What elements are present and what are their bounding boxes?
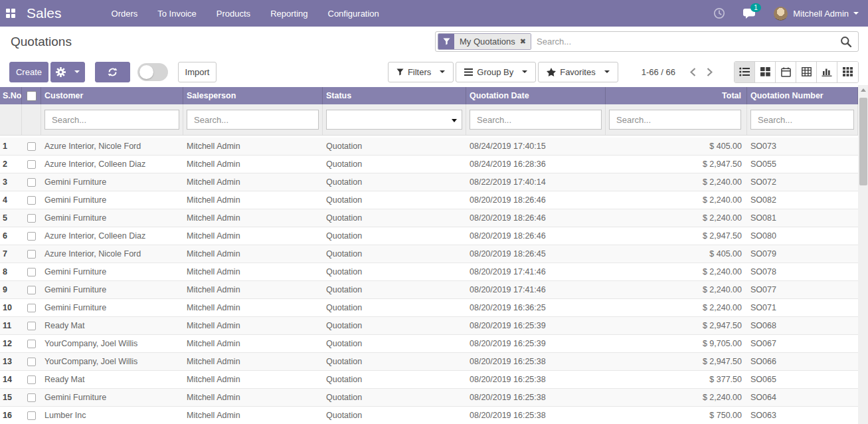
row-checkbox[interactable] xyxy=(27,178,36,187)
row-check-cell xyxy=(22,407,41,424)
facet-remove-icon[interactable]: ✖ xyxy=(519,34,531,49)
row-checkbox[interactable] xyxy=(27,196,36,205)
apps-menu-icon[interactable] xyxy=(6,9,15,18)
table-row[interactable]: 6 Azure Interior, Colleen Diaz Mitchell … xyxy=(0,227,858,245)
gear-icon xyxy=(56,67,66,77)
row-check-cell xyxy=(22,209,41,227)
row-checkbox[interactable] xyxy=(27,411,36,420)
pager-next-button[interactable] xyxy=(701,65,718,79)
row-status: Quotation xyxy=(323,245,466,263)
import-button[interactable]: Import xyxy=(178,62,217,82)
header-total[interactable]: Total xyxy=(606,87,747,104)
header-sno[interactable]: S.No xyxy=(0,87,22,104)
table-row[interactable]: 12 YourCompany, Joel Willis Mitchell Adm… xyxy=(0,335,858,353)
list-view-button[interactable] xyxy=(735,62,755,82)
table-row[interactable]: 15 Gemini Furniture Mitchell Admin Quota… xyxy=(0,389,858,407)
header-quotation-date[interactable]: Quotation Date xyxy=(466,87,606,104)
filters-button[interactable]: Filters xyxy=(388,62,454,82)
row-checkbox[interactable] xyxy=(27,393,36,402)
table-row[interactable]: 5 Gemini Furniture Mitchell Admin Quotat… xyxy=(0,209,858,227)
table-row[interactable]: 11 Ready Mat Mitchell Admin Quotation 08… xyxy=(0,317,858,335)
total-filter-input[interactable] xyxy=(609,110,741,130)
filter-check-empty xyxy=(22,104,41,135)
row-checkbox[interactable] xyxy=(27,214,36,223)
favorites-button[interactable]: Favorites xyxy=(538,62,618,82)
menu-to-invoice[interactable]: To Invoice xyxy=(147,0,207,27)
row-customer: Azure Interior, Nicole Ford xyxy=(41,138,183,155)
table-row[interactable]: 7 Azure Interior, Nicole Ford Mitchell A… xyxy=(0,245,858,263)
table-row[interactable]: 2 Azure Interior, Colleen Diaz Mitchell … xyxy=(0,156,858,173)
menu-products[interactable]: Products xyxy=(207,0,260,27)
menu-configuration[interactable]: Configuration xyxy=(318,0,389,27)
table-row[interactable]: 13 YourCompany, Joel Willis Mitchell Adm… xyxy=(0,353,858,371)
activities-clock-icon[interactable] xyxy=(713,7,725,19)
salesperson-filter-input[interactable] xyxy=(187,110,319,130)
select-all-checkbox[interactable] xyxy=(27,91,37,101)
vertical-scrollbar[interactable] xyxy=(858,85,868,424)
header-quotation-number[interactable]: Quotation Number xyxy=(747,87,858,104)
menu-orders[interactable]: Orders xyxy=(102,0,148,27)
table-row[interactable]: 1 Azure Interior, Nicole Ford Mitchell A… xyxy=(0,138,858,156)
table-row[interactable]: 14 Ready Mat Mitchell Admin Quotation 08… xyxy=(0,371,858,389)
header-status[interactable]: Status xyxy=(323,87,466,104)
row-status: Quotation xyxy=(323,209,466,227)
row-checkbox[interactable] xyxy=(27,375,36,384)
search-input[interactable] xyxy=(531,37,840,47)
calendar-view-button[interactable] xyxy=(776,62,796,82)
row-checkbox[interactable] xyxy=(27,250,36,259)
toggle-switch[interactable] xyxy=(137,63,168,81)
number-filter-input[interactable] xyxy=(750,110,854,130)
toolbar-row: Create Import Filters Group By Favorites xyxy=(0,56,868,87)
pager-previous-button[interactable] xyxy=(685,65,701,79)
row-checkbox[interactable] xyxy=(27,358,36,366)
app-brand[interactable]: Sales xyxy=(27,5,62,21)
activity-view-button[interactable] xyxy=(837,62,858,82)
table-row[interactable]: 3 Gemini Furniture Mitchell Admin Quotat… xyxy=(0,173,858,191)
row-sno: 6 xyxy=(0,227,22,245)
kanban-view-button[interactable] xyxy=(755,62,776,82)
status-filter-select[interactable] xyxy=(326,110,462,130)
table-row[interactable]: 16 Lumber Inc Mitchell Admin Quotation 0… xyxy=(0,407,858,424)
row-checkbox[interactable] xyxy=(27,268,36,276)
create-button[interactable]: Create xyxy=(9,62,48,82)
search-icon[interactable] xyxy=(840,36,852,48)
table-row[interactable]: 4 Gemini Furniture Mitchell Admin Quotat… xyxy=(0,191,858,209)
scrollbar-thumb[interactable] xyxy=(859,98,867,185)
filter-funnel-icon xyxy=(396,68,404,76)
row-checkbox[interactable] xyxy=(27,160,36,169)
messages-icon[interactable]: 1 xyxy=(742,8,756,19)
group-by-button[interactable]: Group By xyxy=(456,62,536,82)
page-title: Quotations xyxy=(11,35,72,49)
user-avatar xyxy=(774,7,788,21)
table-row[interactable]: 8 Gemini Furniture Mitchell Admin Quotat… xyxy=(0,263,858,281)
menu-reporting[interactable]: Reporting xyxy=(260,0,317,27)
user-menu[interactable]: Mitchell Admin xyxy=(774,7,859,21)
row-quotation-number: SO078 xyxy=(747,263,858,280)
table-row[interactable]: 9 Gemini Furniture Mitchell Admin Quotat… xyxy=(0,281,858,299)
header-customer[interactable]: Customer xyxy=(41,87,183,104)
row-check-cell xyxy=(22,227,41,245)
refresh-button[interactable] xyxy=(95,62,130,82)
row-status: Quotation xyxy=(323,353,466,370)
pivot-view-button[interactable] xyxy=(796,62,817,82)
row-checkbox[interactable] xyxy=(27,340,36,348)
row-sno: 4 xyxy=(0,191,22,209)
action-gear-button[interactable] xyxy=(50,62,85,82)
graph-view-button[interactable] xyxy=(817,62,837,82)
header-salesperson[interactable]: Salesperson xyxy=(183,87,323,104)
row-checkbox[interactable] xyxy=(27,322,36,330)
row-checkbox[interactable] xyxy=(27,142,36,151)
scrollbar-up-button[interactable] xyxy=(858,85,868,95)
row-checkbox[interactable] xyxy=(27,232,36,241)
customer-filter-input[interactable] xyxy=(44,110,179,130)
date-filter-input[interactable] xyxy=(470,110,602,130)
row-checkbox[interactable] xyxy=(27,304,36,312)
table-row[interactable]: 10 Gemini Furniture Mitchell Admin Quota… xyxy=(0,299,858,317)
row-total: $ 2,947.50 xyxy=(606,353,747,370)
row-status: Quotation xyxy=(323,299,466,316)
row-checkbox[interactable] xyxy=(27,286,36,294)
row-check-cell xyxy=(22,245,41,263)
row-quotation-number: SO068 xyxy=(747,317,858,334)
row-sno: 3 xyxy=(0,173,22,191)
pivot-table-icon xyxy=(802,67,812,76)
